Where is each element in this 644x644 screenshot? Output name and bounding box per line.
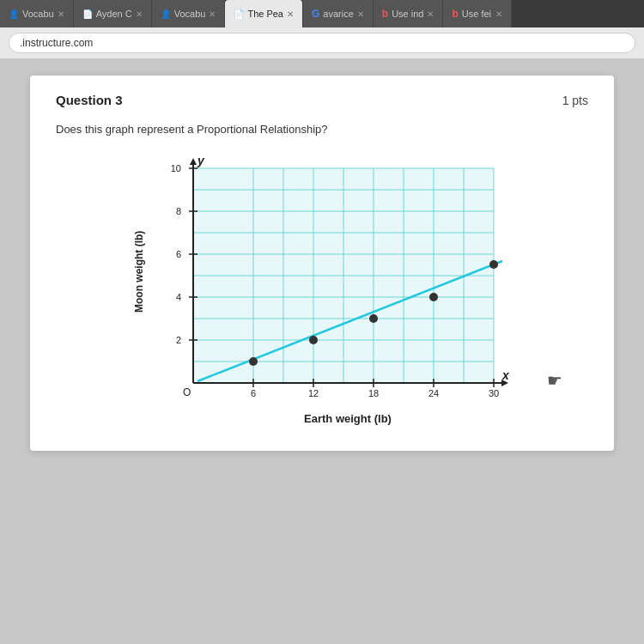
y-tick-label-4: 4 — [176, 292, 181, 302]
chart-row: Moon weight (lb) — [133, 151, 511, 425]
tab-label-4: The Pea — [247, 9, 283, 19]
tab-bar: 👤 Vocabu ✕ 📄 Ayden C ✕ 👤 Vocabu ✕ 📄 The … — [0, 0, 644, 27]
x-tick-label-6: 6 — [251, 388, 256, 398]
address-input[interactable]: .instructure.com — [9, 33, 635, 53]
tab-label-1: Vocabu — [22, 9, 54, 19]
tab-label-5: avarice — [323, 9, 353, 19]
tab-vocabu-1[interactable]: 👤 Vocabu ✕ — [0, 0, 74, 27]
y-axis-title-label: y — [197, 154, 205, 167]
tab-close-3[interactable]: ✕ — [209, 9, 216, 19]
cursor-icon: ☛ — [547, 370, 562, 391]
question-card: Question 3 1 pts Does this graph represe… — [30, 76, 614, 451]
chart-svg: y x O 2 4 — [150, 151, 511, 409]
page-content: Question 3 1 pts Does this graph represe… — [0, 58, 644, 644]
tab-close-7[interactable]: ✕ — [495, 9, 502, 19]
chart-wrapper: Moon weight (lb) — [133, 151, 511, 425]
tab-icon-2: 📄 — [82, 9, 93, 19]
tab-use-fei[interactable]: b Use fei ✕ — [443, 0, 512, 27]
tab-vocabu-2[interactable]: 👤 Vocabu ✕ — [152, 0, 226, 27]
question-title: Question 3 — [56, 93, 123, 107]
tab-close-4[interactable]: ✕ — [287, 9, 294, 19]
x-tick-label-18: 18 — [368, 388, 379, 398]
tab-close-5[interactable]: ✕ — [357, 9, 364, 19]
tab-icon-5: G — [312, 8, 319, 20]
browser-chrome: 👤 Vocabu ✕ 📄 Ayden C ✕ 👤 Vocabu ✕ 📄 The … — [0, 0, 644, 58]
data-point-1 — [249, 357, 258, 366]
chart-and-axes: y x O 2 4 — [150, 151, 511, 425]
y-tick-label-10: 10 — [171, 163, 181, 173]
x-tick-label-24: 24 — [428, 388, 439, 398]
tab-close-6[interactable]: ✕ — [427, 9, 434, 19]
tab-label-7: Use fei — [462, 9, 491, 19]
x-axis-title-label: x — [501, 368, 510, 382]
question-points: 1 pts — [562, 94, 588, 107]
tab-close-1[interactable]: ✕ — [58, 9, 64, 19]
tab-avarice[interactable]: G avarice ✕ — [303, 0, 374, 27]
question-prompt: Does this graph represent a Proportional… — [56, 123, 588, 136]
x-tick-label-30: 30 — [489, 388, 499, 398]
tab-use-ind[interactable]: b Use ind ✕ — [374, 0, 444, 27]
tab-label-6: Use ind — [392, 9, 423, 19]
tab-icon-3: 👤 — [161, 9, 171, 19]
tab-icon-7: b — [452, 8, 458, 20]
y-tick-label-2: 2 — [176, 335, 181, 345]
y-tick-label-8: 8 — [176, 206, 181, 216]
y-arrow — [190, 158, 197, 165]
data-point-5 — [489, 260, 498, 269]
origin-label: O — [183, 386, 191, 398]
tab-close-2[interactable]: ✕ — [136, 9, 143, 19]
data-point-2 — [309, 336, 318, 344]
y-axis-label: Moon weight (lb) — [133, 151, 145, 392]
x-axis-label: Earth weight (lb) — [185, 412, 511, 425]
address-bar: .instructure.com — [0, 27, 644, 58]
tab-ayden[interactable]: 📄 Ayden C ✕ — [74, 0, 152, 27]
data-point-4 — [429, 293, 438, 301]
tab-label-3: Vocabu — [174, 9, 206, 19]
y-tick-label-6: 6 — [176, 249, 181, 259]
data-point-3 — [369, 314, 378, 323]
tab-icon-6: b — [382, 8, 388, 20]
tab-icon-4: 📄 — [234, 9, 244, 19]
tab-icon-1: 👤 — [9, 9, 19, 19]
question-header: Question 3 1 pts — [56, 93, 588, 107]
x-tick-label-12: 12 — [308, 388, 319, 398]
chart-container: Moon weight (lb) — [56, 151, 588, 425]
tab-the-pea[interactable]: 📄 The Pea ✕ — [225, 0, 303, 27]
tab-label-2: Ayden C — [96, 9, 132, 19]
